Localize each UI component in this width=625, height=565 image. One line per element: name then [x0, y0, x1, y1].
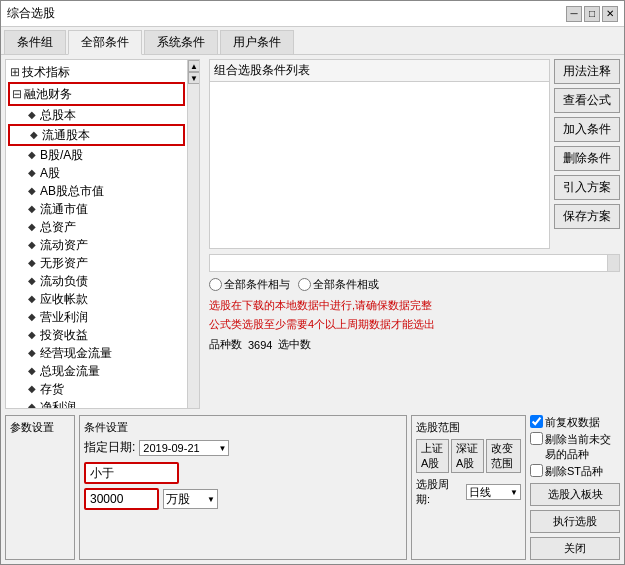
- bullet-total-share: ◆: [28, 106, 36, 124]
- tree-label-tech: 技术指标: [22, 63, 70, 81]
- label-intangible: 无形资产: [40, 254, 88, 272]
- checkbox-exclude-st[interactable]: [530, 464, 543, 477]
- close-button[interactable]: ✕: [602, 6, 618, 22]
- import-plan-button[interactable]: 引入方案: [554, 175, 620, 200]
- save-plan-button[interactable]: 保存方案: [554, 204, 620, 229]
- remove-condition-button[interactable]: 删除条件: [554, 146, 620, 171]
- checkbox-row-3: 剔除ST品种: [530, 464, 620, 479]
- tree-container[interactable]: ⊞ 技术指标 ⊟ 融池财务 ◆ 总股本: [6, 60, 187, 408]
- radio-or-input[interactable]: [298, 278, 311, 291]
- bullet-op-profit: ◆: [28, 308, 36, 326]
- label-exclude-st: 剔除ST品种: [545, 464, 603, 479]
- tab-condition-group[interactable]: 条件组: [4, 30, 66, 54]
- bullet-accounts-recv: ◆: [28, 290, 36, 308]
- bullet-total-cashflow: ◆: [28, 362, 36, 380]
- market-btn-szha[interactable]: 上证A股: [416, 439, 449, 473]
- tree-item-total-cashflow[interactable]: ◆ 总现金流量: [8, 362, 185, 380]
- maximize-button[interactable]: □: [584, 6, 600, 22]
- bullet-invest-income: ◆: [28, 326, 36, 344]
- tree-root-finance[interactable]: ⊟ 融池财务: [8, 82, 185, 106]
- radio-row: 全部条件相与 全部条件相或: [209, 277, 620, 292]
- tree-item-op-cashflow[interactable]: ◆ 经营现金流量: [8, 344, 185, 362]
- select-range-title: 选股范围: [416, 420, 521, 435]
- unit-wrapper: 万股 股 亿股: [163, 489, 218, 509]
- tree-item-float-share[interactable]: ◆ 流通股本: [8, 124, 185, 146]
- label-invest-income: 投资收益: [40, 326, 88, 344]
- label-total-asset: 总资产: [40, 218, 76, 236]
- market-btn-row: 上证A股 深证A股 改变范围: [416, 439, 521, 473]
- horiz-scroll[interactable]: [607, 255, 619, 271]
- tree-item-inventory[interactable]: ◆ 存货: [8, 380, 185, 398]
- view-formula-button[interactable]: 查看公式: [554, 88, 620, 113]
- tab-system-conditions[interactable]: 系统条件: [144, 30, 218, 54]
- condition-scroll-row: [209, 254, 620, 272]
- radio-and-input[interactable]: [209, 278, 222, 291]
- close-button-bottom[interactable]: 关闭: [530, 537, 620, 560]
- bullet-inventory: ◆: [28, 380, 36, 398]
- condition-scroll-area[interactable]: [209, 254, 620, 272]
- stock-count-row: 品种数 3694 选中数: [209, 337, 620, 352]
- date-select-wrapper: [139, 440, 229, 456]
- radio-all-and[interactable]: 全部条件相与: [209, 277, 290, 292]
- tree-item-invest-income[interactable]: ◆ 投资收益: [8, 326, 185, 344]
- tree-item-float-cap[interactable]: ◆ 流通市值: [8, 200, 185, 218]
- bottom-section: 参数设置 条件设置 指定日期: 小于 大于 等于 不等于 小于等于 大于等于: [1, 415, 624, 564]
- scroll-up-arrow[interactable]: ▲: [188, 60, 200, 72]
- tree-item-accounts-recv[interactable]: ◆ 应收帐款: [8, 290, 185, 308]
- expand-icon-tech: ⊞: [10, 63, 20, 81]
- execute-button[interactable]: 执行选股: [530, 510, 620, 533]
- use-note-button[interactable]: 用法注释: [554, 59, 620, 84]
- date-input[interactable]: [139, 440, 229, 456]
- radio-all-or[interactable]: 全部条件相或: [298, 277, 379, 292]
- select-range-box: 选股范围 上证A股 深证A股 改变范围 选股周期: 日线 周线 月线 分钟: [411, 415, 526, 560]
- status-message-1: 选股在下载的本地数据中进行,请确保数据完整: [209, 297, 620, 313]
- checkbox-preright[interactable]: [530, 415, 543, 428]
- top-right-area: 组合选股条件列表 用法注释 查看公式 加入条件 删除条件 引入方案 保存方案: [209, 59, 620, 249]
- tree-item-intangible[interactable]: ◆ 无形资产: [8, 254, 185, 272]
- checkbox-exclude-inactive[interactable]: [530, 432, 543, 445]
- label-inventory: 存货: [40, 380, 64, 398]
- label-current-asset: 流动资产: [40, 236, 88, 254]
- tree-label-finance: 融池财务: [24, 85, 72, 103]
- minimize-button[interactable]: ─: [566, 6, 582, 22]
- condition-list-title: 组合选股条件列表: [210, 60, 549, 82]
- tree-item-total-asset[interactable]: ◆ 总资产: [8, 218, 185, 236]
- value-input[interactable]: [84, 488, 159, 510]
- condition-list-body[interactable]: [210, 82, 549, 248]
- tree-item-bh-ratio[interactable]: ◆ B股/A股: [8, 146, 185, 164]
- value-wrapper: [84, 488, 159, 510]
- tab-all-conditions[interactable]: 全部条件: [68, 30, 142, 55]
- params-box: 参数设置: [5, 415, 75, 560]
- tree-item-ab-total[interactable]: ◆ AB股总市值: [8, 182, 185, 200]
- tree-item-current-liab[interactable]: ◆ 流动负债: [8, 272, 185, 290]
- tree-item-current-asset[interactable]: ◆ 流动资产: [8, 236, 185, 254]
- tab-user-conditions[interactable]: 用户条件: [220, 30, 294, 54]
- bullet-intangible: ◆: [28, 254, 36, 272]
- count-label: 品种数: [209, 337, 242, 352]
- tree-item-op-profit[interactable]: ◆ 营业利润: [8, 308, 185, 326]
- add-condition-button[interactable]: 加入条件: [554, 117, 620, 142]
- tree-item-a-share[interactable]: ◆ A股: [8, 164, 185, 182]
- label-current-liab: 流动负债: [40, 272, 88, 290]
- period-select[interactable]: 日线 周线 月线 分钟: [466, 484, 521, 500]
- period-wrapper: 日线 周线 月线 分钟: [466, 484, 521, 500]
- expand-icon-finance: ⊟: [12, 85, 22, 103]
- tree-item-total-share[interactable]: ◆ 总股本: [8, 106, 185, 124]
- right-panel: 组合选股条件列表 用法注释 查看公式 加入条件 删除条件 引入方案 保存方案: [209, 59, 620, 409]
- bullet-op-cashflow: ◆: [28, 344, 36, 362]
- tree-root-tech[interactable]: ⊞ 技术指标: [8, 62, 185, 82]
- scroll-down-arrow[interactable]: ▼: [188, 72, 200, 84]
- enter-pool-button[interactable]: 选股入板块: [530, 483, 620, 506]
- tree-item-net-profit[interactable]: ◆ 净利润: [8, 398, 185, 408]
- unit-select[interactable]: 万股 股 亿股: [163, 489, 218, 509]
- market-btn-szhe[interactable]: 深证A股: [451, 439, 484, 473]
- change-range-button[interactable]: 改变范围: [486, 439, 521, 473]
- bullet-float-cap: ◆: [28, 200, 36, 218]
- title-buttons: ─ □ ✕: [566, 6, 618, 22]
- main-content: ⊞ 技术指标 ⊟ 融池财务 ◆ 总股本: [1, 55, 624, 413]
- bullet-current-liab: ◆: [28, 272, 36, 290]
- tree-panel: ⊞ 技术指标 ⊟ 融池财务 ◆ 总股本: [5, 59, 200, 409]
- bullet-current-asset: ◆: [28, 236, 36, 254]
- tree-scrollbar[interactable]: ▲ ▼: [187, 60, 199, 408]
- operator-select[interactable]: 小于 大于 等于 不等于 小于等于 大于等于: [84, 462, 179, 484]
